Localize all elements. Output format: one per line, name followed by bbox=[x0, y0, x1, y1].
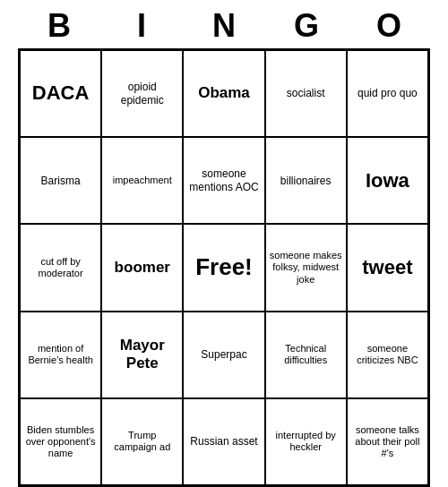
cell-3-4: someone criticizes NBC bbox=[347, 312, 428, 398]
bingo-header: B I N G O bbox=[18, 0, 430, 48]
letter-n: N bbox=[185, 7, 263, 45]
cell-0-4: quid pro quo bbox=[347, 50, 428, 137]
cell-2-2: Free! bbox=[183, 224, 264, 311]
cell-4-4: someone talks about their poll #'s bbox=[347, 398, 428, 485]
cell-4-1: Trump campaign ad bbox=[101, 398, 183, 485]
cell-3-0: mention of Bernie's health bbox=[20, 312, 101, 398]
cell-0-2: Obama bbox=[183, 50, 264, 137]
cell-0-3: socialist bbox=[265, 50, 347, 137]
cell-4-3: interrupted by heckler bbox=[265, 398, 347, 485]
cell-2-3: someone makes folksy, midwest joke bbox=[265, 224, 347, 311]
cell-1-2: someone mentions AOC bbox=[183, 137, 264, 224]
letter-g: G bbox=[267, 7, 346, 45]
cell-1-0: Barisma bbox=[20, 137, 101, 224]
letter-o: O bbox=[349, 7, 428, 45]
bingo-grid: DACA opioid epidemic Obama socialist qui… bbox=[18, 48, 430, 487]
cell-2-1: boomer bbox=[101, 224, 183, 311]
letter-i: I bbox=[102, 7, 181, 45]
letter-b: B bbox=[20, 7, 99, 45]
cell-4-2: Russian asset bbox=[183, 398, 264, 485]
cell-3-3: Technical difficulties bbox=[265, 312, 347, 398]
cell-2-0: cut off by moderator bbox=[20, 224, 101, 311]
cell-3-2: Superpac bbox=[183, 312, 264, 398]
cell-1-3: billionaires bbox=[265, 137, 347, 224]
cell-3-1: Mayor Pete bbox=[101, 312, 183, 398]
cell-0-1: opioid epidemic bbox=[101, 50, 183, 137]
cell-1-4: Iowa bbox=[347, 137, 428, 224]
cell-1-1: impeachment bbox=[101, 137, 183, 224]
cell-4-0: Biden stumbles over opponent's name bbox=[20, 398, 101, 485]
cell-2-4: tweet bbox=[347, 224, 428, 311]
cell-0-0: DACA bbox=[20, 50, 101, 137]
